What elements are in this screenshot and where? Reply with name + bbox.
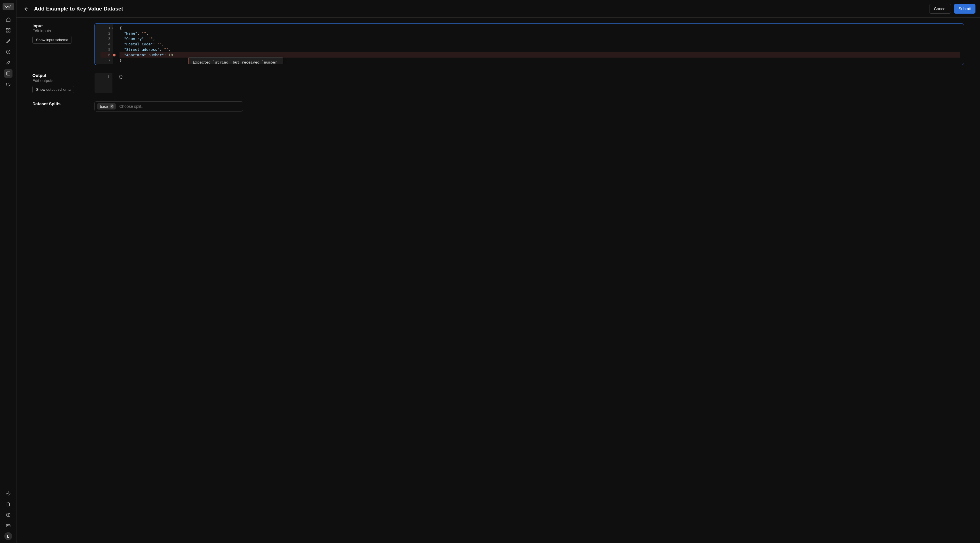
back-button[interactable] (23, 6, 29, 12)
input-heading: Input (32, 23, 92, 28)
svg-rect-0 (6, 29, 8, 30)
code-line[interactable]: {} (119, 74, 961, 79)
input-subheading: Edit inputs (32, 29, 92, 33)
svg-rect-5 (6, 72, 10, 75)
line-number: 4 (100, 41, 110, 47)
tooltip-message: Expected `string` but received `number` (193, 60, 279, 64)
nav-settings-icon[interactable] (4, 489, 13, 498)
nav-grid-icon[interactable] (4, 26, 13, 35)
nav-chat-icon[interactable] (4, 80, 13, 89)
line-number: 1▾ (100, 25, 110, 31)
svg-rect-2 (6, 31, 8, 32)
code-line[interactable]: "Country": "", (119, 36, 960, 41)
splits-selector[interactable]: base (94, 101, 243, 111)
line-number: 7 (100, 57, 110, 63)
line-number: 2 (100, 31, 110, 36)
output-json-editor[interactable]: 1 {} (94, 73, 964, 93)
page-title: Add Example to Key-Value Dataset (34, 6, 123, 12)
code-line[interactable]: "Apartment number": 10 (119, 52, 960, 57)
logo[interactable] (3, 3, 14, 10)
nav-globe-icon[interactable] (4, 511, 13, 519)
line-number: 6 (100, 52, 110, 57)
code-line[interactable]: "Postal Code": "", (119, 41, 960, 47)
svg-point-9 (8, 85, 8, 86)
validation-tooltip: Expected `string` but received `number` … (188, 57, 283, 64)
code-line[interactable]: "Name": "", (119, 31, 960, 36)
input-json-editor[interactable]: 1▾234567 Expected `string` but received … (94, 23, 964, 65)
nav-dataset-icon[interactable] (4, 69, 13, 78)
code-line[interactable]: { (119, 25, 960, 31)
svg-rect-1 (8, 29, 10, 30)
nav-mail-icon[interactable] (4, 521, 13, 530)
svg-rect-12 (6, 525, 10, 527)
output-section-label: Output Edit outputs Show output schema (32, 73, 92, 93)
nav-play-icon[interactable] (4, 48, 13, 56)
split-input[interactable] (119, 104, 240, 109)
output-heading: Output (32, 73, 92, 78)
topbar: Add Example to Key-Value Dataset Cancel … (16, 0, 980, 17)
show-input-schema-button[interactable]: Show input schema (32, 36, 72, 44)
svg-point-10 (7, 493, 9, 494)
nav-edit-icon[interactable] (4, 37, 13, 45)
output-subheading: Edit outputs (32, 78, 92, 83)
cancel-button[interactable]: Cancel (929, 4, 951, 14)
left-rail: L (0, 0, 16, 543)
splits-section-label: Dataset Splits (32, 101, 92, 111)
show-output-schema-button[interactable]: Show output schema (32, 86, 74, 93)
line-number: 5 (100, 47, 110, 52)
line-number: 1 (100, 74, 110, 79)
svg-rect-3 (8, 31, 10, 32)
code-line[interactable]: "Street address": "", (119, 47, 960, 52)
nav-home-icon[interactable] (4, 15, 13, 24)
nav-document-icon[interactable] (4, 500, 13, 508)
split-chip-label: base (100, 105, 108, 109)
splits-heading: Dataset Splits (32, 101, 92, 106)
line-number: 3 (100, 36, 110, 41)
remove-chip-icon[interactable] (110, 104, 114, 109)
nav-rocket-icon[interactable] (4, 59, 13, 67)
submit-button[interactable]: Submit (954, 4, 975, 14)
avatar[interactable]: L (4, 532, 12, 540)
split-chip-base: base (97, 103, 116, 110)
input-section-label: Input Edit inputs Show input schema (32, 23, 92, 65)
